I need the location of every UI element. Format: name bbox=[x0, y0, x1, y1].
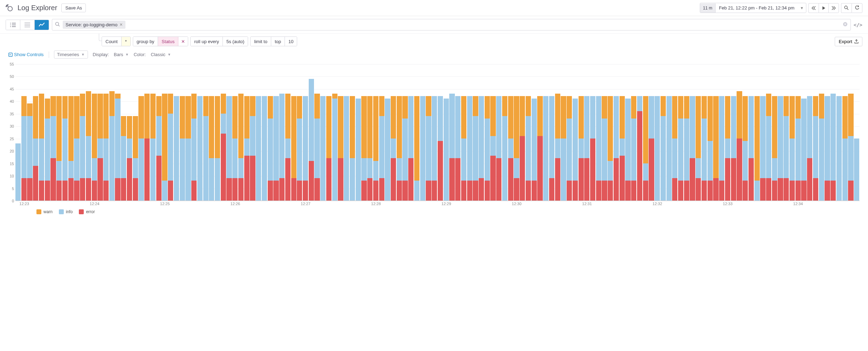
bar[interactable] bbox=[702, 96, 707, 201]
bar[interactable] bbox=[819, 94, 824, 201]
time-range-picker[interactable]: 11 m Feb 21, 12:22 pm - Feb 21, 12:34 pm… bbox=[700, 3, 806, 13]
bar[interactable] bbox=[655, 96, 660, 201]
bar[interactable] bbox=[244, 96, 250, 201]
bar[interactable] bbox=[449, 94, 454, 201]
bar[interactable] bbox=[625, 99, 630, 201]
bar[interactable] bbox=[631, 96, 636, 201]
bar[interactable] bbox=[420, 96, 425, 201]
bar[interactable] bbox=[39, 94, 44, 201]
view-compact-button[interactable] bbox=[20, 20, 35, 30]
bar[interactable] bbox=[590, 96, 595, 201]
bar[interactable] bbox=[778, 96, 783, 201]
bar[interactable] bbox=[121, 116, 126, 201]
bar[interactable] bbox=[80, 94, 85, 201]
legend-item-info[interactable]: info bbox=[59, 209, 73, 214]
bar[interactable] bbox=[801, 99, 806, 201]
bar[interactable] bbox=[180, 96, 185, 201]
bar[interactable] bbox=[144, 94, 150, 201]
bar[interactable] bbox=[496, 96, 501, 201]
bar[interactable] bbox=[268, 96, 273, 201]
bar[interactable] bbox=[649, 96, 654, 201]
bar[interactable] bbox=[156, 96, 162, 201]
bar[interactable] bbox=[479, 96, 484, 201]
bar[interactable] bbox=[408, 96, 414, 201]
bar[interactable] bbox=[508, 96, 513, 201]
bar[interactable] bbox=[432, 96, 437, 201]
bar[interactable] bbox=[414, 96, 419, 201]
bar[interactable] bbox=[784, 96, 789, 201]
bar[interactable] bbox=[350, 96, 355, 201]
bar[interactable] bbox=[737, 91, 742, 201]
bar[interactable] bbox=[103, 94, 109, 201]
filter-chip-service[interactable]: Service: go-logging-demo ✕ bbox=[63, 21, 125, 29]
bar[interactable] bbox=[62, 96, 68, 201]
bar[interactable] bbox=[719, 96, 724, 201]
bar[interactable] bbox=[232, 96, 238, 201]
bar[interactable] bbox=[338, 96, 343, 201]
bar[interactable] bbox=[391, 96, 396, 201]
agg-limit-control[interactable]: limit to top 10 bbox=[250, 36, 297, 46]
bar[interactable] bbox=[273, 96, 279, 201]
clear-search-icon[interactable] bbox=[843, 22, 848, 28]
bar[interactable] bbox=[526, 96, 531, 201]
bar[interactable] bbox=[221, 94, 226, 201]
refresh-button[interactable] bbox=[852, 3, 862, 13]
bar[interactable] bbox=[162, 94, 167, 201]
bar[interactable] bbox=[532, 99, 537, 201]
agg-count-control[interactable]: Count * bbox=[102, 36, 131, 46]
bar[interactable] bbox=[15, 143, 21, 201]
save-as-button[interactable]: Save As bbox=[61, 4, 86, 12]
bar[interactable] bbox=[473, 96, 478, 201]
bar[interactable] bbox=[185, 96, 191, 201]
bar[interactable] bbox=[168, 94, 173, 201]
time-next-button[interactable] bbox=[828, 3, 839, 13]
bar[interactable] bbox=[309, 79, 314, 201]
bar[interactable] bbox=[291, 96, 296, 201]
bar[interactable] bbox=[854, 139, 859, 201]
bar[interactable] bbox=[813, 96, 818, 201]
bar[interactable] bbox=[567, 96, 572, 201]
bar[interactable] bbox=[749, 96, 754, 201]
bar[interactable] bbox=[672, 96, 677, 201]
time-prev-button[interactable] bbox=[808, 3, 819, 13]
bar[interactable] bbox=[203, 96, 209, 201]
bar[interactable] bbox=[520, 96, 525, 201]
bar[interactable] bbox=[332, 94, 337, 201]
bar[interactable] bbox=[373, 96, 378, 201]
bar[interactable] bbox=[226, 96, 232, 201]
bar[interactable] bbox=[637, 96, 642, 201]
groupby-remove-icon[interactable]: ✕ bbox=[178, 37, 188, 46]
bar[interactable] bbox=[109, 91, 115, 201]
bar[interactable] bbox=[807, 96, 812, 201]
bar[interactable] bbox=[314, 94, 320, 201]
bar[interactable] bbox=[690, 96, 695, 201]
bar[interactable] bbox=[743, 96, 748, 201]
bar[interactable] bbox=[848, 94, 853, 201]
bar[interactable] bbox=[772, 96, 777, 201]
color-mode-select[interactable]: Classic ▼ bbox=[151, 52, 171, 57]
bar[interactable] bbox=[573, 99, 578, 201]
bar[interactable] bbox=[825, 96, 830, 201]
bar[interactable] bbox=[138, 96, 144, 201]
zoom-button[interactable] bbox=[841, 3, 852, 13]
bar[interactable] bbox=[438, 96, 443, 201]
bar[interactable] bbox=[754, 96, 760, 201]
bar[interactable] bbox=[262, 96, 267, 201]
export-button[interactable]: Export bbox=[835, 37, 862, 46]
bar[interactable] bbox=[490, 96, 495, 201]
bar[interactable] bbox=[760, 96, 765, 201]
bar[interactable] bbox=[367, 96, 373, 201]
bar[interactable] bbox=[537, 96, 542, 201]
bar[interactable] bbox=[215, 96, 220, 201]
bar[interactable] bbox=[279, 94, 285, 201]
bar[interactable] bbox=[696, 96, 701, 201]
bar[interactable] bbox=[45, 99, 50, 201]
bar[interactable] bbox=[379, 96, 384, 201]
bar[interactable] bbox=[643, 96, 648, 201]
remove-chip-icon[interactable]: ✕ bbox=[119, 22, 123, 27]
view-chart-button[interactable] bbox=[35, 20, 49, 30]
bar[interactable] bbox=[614, 96, 619, 201]
bar[interactable] bbox=[402, 96, 408, 201]
bar[interactable] bbox=[461, 96, 466, 201]
bar[interactable] bbox=[86, 91, 91, 201]
